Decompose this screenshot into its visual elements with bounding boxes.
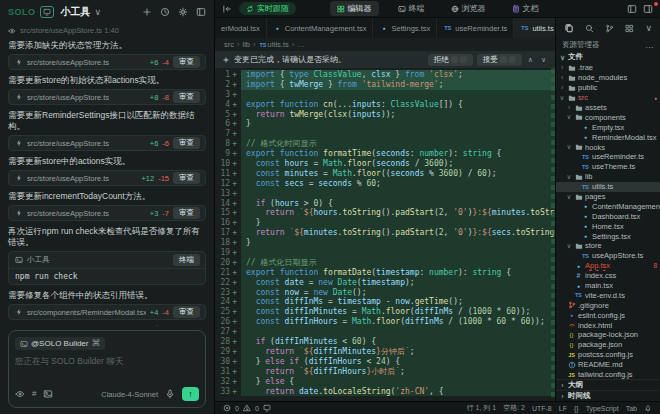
tree-item-Empty.tsx[interactable]: ●Empty.tsx <box>556 122 660 132</box>
outline-section-header[interactable]: ›大纲 <box>556 379 660 390</box>
file-change-card[interactable]: src/store/useAppStore.ts+3-7审查 <box>8 205 206 221</box>
timeline-section-header[interactable]: ›时间线 <box>556 390 660 401</box>
tree-item-README.md[interactable]: README.md <box>556 360 660 370</box>
tree-item-pages[interactable]: ∨pages <box>556 192 660 202</box>
tree-item-components[interactable]: ∨components <box>556 112 660 122</box>
agent-mention-tag[interactable]: @SOLO Builder ⌘ <box>15 337 105 350</box>
toggle-sidebar-icon[interactable] <box>643 4 653 14</box>
review-button[interactable]: 审查 <box>173 306 200 318</box>
prev-change-icon[interactable]: ∧ <box>526 56 535 64</box>
context-file-reference[interactable]: src/store/useAppStore.ts 1:40 <box>8 26 206 35</box>
status-item[interactable]: 行 1, 列 1 <box>467 403 497 413</box>
tree-item-package.json[interactable]: {}package.json <box>556 340 660 350</box>
editor-tab[interactable]: ●ContentManagement.tsx <box>267 18 374 38</box>
file-change-card[interactable]: src/store/useAppStore.ts+8-8审查 <box>8 89 206 105</box>
tools-mode-icon[interactable] <box>40 6 54 18</box>
tree-item-useReminder.ts[interactable]: TSuseReminder.ts <box>556 152 660 162</box>
tree-item-postcss.config.js[interactable]: JSpostcss.config.js <box>556 350 660 360</box>
error-count[interactable]: 0 <box>235 405 239 412</box>
breadcrumb-item[interactable]: … <box>297 40 305 49</box>
tree-item-hooks[interactable]: ∨hooks <box>556 142 660 152</box>
status-item[interactable]: {} <box>574 405 579 412</box>
hash-icon[interactable]: # <box>32 390 36 398</box>
status-item[interactable]: Tab <box>626 405 637 412</box>
chevron-down-icon[interactable]: ∨ <box>95 8 102 17</box>
follow-toggle[interactable]: 实时跟随 <box>239 2 296 15</box>
collapse-panel-icon[interactable] <box>222 4 232 14</box>
breadcrumb-item[interactable]: lib <box>243 40 251 49</box>
file-change-card[interactable]: src/store/useAppStore.ts+6-6审查 <box>8 135 206 151</box>
toggle-panel-icon[interactable] <box>627 4 637 14</box>
review-button[interactable]: 审查 <box>173 137 200 149</box>
tree-item-node_modules[interactable]: ›node_modules <box>556 73 660 83</box>
view-tab-终端[interactable]: 终端 <box>391 1 432 16</box>
tree-item-utils.ts[interactable]: TSutils.ts <box>556 182 660 192</box>
tree-item-useAppStore.ts[interactable]: TSuseAppStore.ts <box>556 251 660 261</box>
breadcrumb-item[interactable]: src <box>224 40 234 49</box>
panel-layout-icon[interactable] <box>196 7 206 17</box>
send-button[interactable]: ↑ <box>182 387 199 401</box>
tree-item-store[interactable]: ∨store <box>556 241 660 251</box>
tree-item-src[interactable]: ∨src● <box>556 93 660 103</box>
review-button[interactable]: 审查 <box>173 172 200 184</box>
editor-tab[interactable]: TSuseReminder.ts <box>437 18 514 38</box>
view-tab-编辑器[interactable]: 编辑器 <box>330 1 379 16</box>
extensions-icon[interactable] <box>625 24 634 33</box>
file-change-card[interactable]: src/store/useAppStore.ts+12-15审查 <box>8 170 206 186</box>
next-change-icon[interactable]: ∨ <box>539 56 548 64</box>
tree-item-tailwind.config.js[interactable]: JStailwind.config.js <box>556 370 660 379</box>
more-views-icon[interactable]: ∨ <box>645 24 652 33</box>
tree-item-index.css[interactable]: #index.css <box>556 271 660 281</box>
review-button[interactable]: 审查 <box>173 56 200 68</box>
status-item[interactable]: LF <box>559 405 567 412</box>
tree-item-index.html[interactable]: <>index.html <box>556 320 660 330</box>
search-icon[interactable] <box>585 24 594 33</box>
file-change-card[interactable]: src/store/useAppStore.ts+6-4审查 <box>8 54 206 70</box>
mic-icon[interactable] <box>165 389 175 399</box>
tree-item-ReminderModal.tsx[interactable]: ●ReminderModal.tsx <box>556 132 660 142</box>
editor-tab[interactable]: ●Settings.tsx <box>373 18 437 38</box>
tree-item-ContentManagement.t...[interactable]: ●ContentManagement.t... <box>556 201 660 211</box>
remote-window-icon[interactable] <box>263 404 271 412</box>
status-item[interactable]: UTF-8 <box>532 405 552 412</box>
breadcrumb-item[interactable]: TSutils.ts <box>259 40 289 49</box>
tree-item-main.tsx[interactable]: ●main.tsx <box>556 281 660 291</box>
files-icon[interactable] <box>564 23 574 33</box>
status-item[interactable]: TypeScript <box>586 405 619 412</box>
panel-title[interactable]: 小工具 <box>61 5 91 19</box>
tree-item-.trae[interactable]: ›.trae <box>556 63 660 73</box>
reject-button[interactable]: 拒绝 <box>428 54 473 66</box>
model-selector[interactable]: Claude-4-Sonnet <box>101 390 158 399</box>
history-icon[interactable] <box>160 7 170 17</box>
errors-icon[interactable] <box>223 404 231 412</box>
source-control-icon[interactable] <box>605 24 614 33</box>
tree-item-useTheme.ts[interactable]: TSuseTheme.ts <box>556 162 660 172</box>
tree-item-.gitignore[interactable]: .gitignore <box>556 300 660 310</box>
view-tab-浏览器[interactable]: 浏览器 <box>444 1 493 16</box>
files-section-header[interactable]: ∨文件 <box>556 51 660 63</box>
review-button[interactable]: 审查 <box>173 207 200 219</box>
tree-item-eslint.config.js[interactable]: ●eslint.config.js <box>556 310 660 320</box>
accept-button[interactable]: 接受 <box>477 54 522 66</box>
tree-item-assets[interactable]: ›assets <box>556 103 660 113</box>
tree-item-App.tsx[interactable]: ●App.tsx8 <box>556 261 660 271</box>
chat-input-box[interactable]: @SOLO Builder ⌘ 您正在与 SOLO Builder 聊天 # C… <box>8 330 206 408</box>
ellipsis-icon[interactable]: … <box>645 41 654 50</box>
status-item[interactable]: 空格: 2 <box>503 403 525 413</box>
bell-icon[interactable] <box>644 404 652 413</box>
tree-item-Home.tsx[interactable]: ●Home.tsx <box>556 221 660 231</box>
view-tab-文档[interactable]: 文档 <box>505 1 546 16</box>
review-button[interactable]: 审查 <box>173 91 200 103</box>
tree-item-package-lock.json[interactable]: {}package-lock.json <box>556 330 660 340</box>
open-terminal-button[interactable]: 终端 <box>173 254 200 266</box>
tree-item-lib[interactable]: ∨lib <box>556 172 660 182</box>
image-attach-icon[interactable] <box>43 389 53 399</box>
tree-item-Settings.tsx[interactable]: ●Settings.tsx <box>556 231 660 241</box>
chat-placeholder[interactable]: 您正在与 SOLO Builder 聊天 <box>15 356 199 387</box>
code-editor[interactable]: 1+import { type ClassValue, clsx } from … <box>215 68 555 401</box>
auto-run-eye-icon[interactable] <box>15 389 25 399</box>
tree-item-Dashboard.tsx[interactable]: ●Dashboard.tsx <box>556 211 660 221</box>
new-chat-icon[interactable] <box>142 7 152 17</box>
settings-icon[interactable] <box>178 7 188 17</box>
tree-item-public[interactable]: ›public <box>556 83 660 93</box>
